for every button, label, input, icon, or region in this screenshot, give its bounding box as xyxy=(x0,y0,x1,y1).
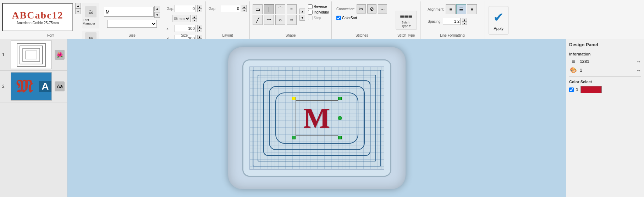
letter-m-canvas: M xyxy=(303,102,330,134)
stitch-count-value: 1281 xyxy=(580,59,589,64)
colorsort-checkbox-label[interactable]: ColorSort xyxy=(336,16,357,20)
layout-label: Layout xyxy=(206,33,249,37)
embroidery-center[interactable]: M xyxy=(294,98,340,138)
individual-checkbox-label[interactable]: Individual xyxy=(308,10,329,15)
step-checkbox-label[interactable]: Step xyxy=(308,16,329,20)
reverse-checkbox-label[interactable]: Reverse xyxy=(308,4,329,9)
font-scroll-down[interactable]: ▼ xyxy=(75,9,81,14)
letter-a-thumb: A xyxy=(39,81,51,92)
shape-scroll-up[interactable]: ▲ xyxy=(299,9,305,14)
font-section: ABCabc12 American Gothic 25-75mm ▲ ▼ 🗂 F… xyxy=(1,1,101,39)
handle-br[interactable] xyxy=(338,136,342,139)
size-label: Size xyxy=(163,33,205,37)
apply-button[interactable]: ✔ Apply xyxy=(489,6,508,34)
colorsort-label: ColorSort xyxy=(342,16,357,20)
x-spin-down[interactable]: ▼ xyxy=(197,28,202,32)
canvas-area: M xyxy=(67,39,566,197)
stitch-type-label: Stitch Type xyxy=(392,33,420,37)
size-unit-select[interactable]: 35 mm xyxy=(172,15,191,22)
letters-section: ▲ ▼ Size xyxy=(101,1,163,39)
layout-gap-label: Gap: xyxy=(209,7,219,11)
right-panel: Design Panel Information ≡ 1281 ↔ 🎨 1 ↔ … xyxy=(566,39,644,197)
line-formatting-section: Alignment: ≡ ☰ ≡ Spacing: ▲ ▼ Line Forma… xyxy=(420,1,484,39)
shape-section: ▭ | ⌒ ≈ ╱ 〜 ○ ⌗ ▲ ▼ xyxy=(250,1,332,39)
handle-tl[interactable] xyxy=(292,97,296,100)
font-manager-button[interactable]: 🗂 Font Manager xyxy=(82,3,99,28)
font-manager-icon: 🗂 xyxy=(85,6,97,17)
connection-icon-1[interactable]: ✂ xyxy=(357,4,366,14)
connection-icon-2[interactable]: ⊘ xyxy=(367,4,376,14)
color-count-row: 🎨 1 ↔ xyxy=(569,67,641,74)
color-count-value: 1 xyxy=(580,68,582,73)
spacing-label: Spacing: xyxy=(428,20,441,23)
layout-section: Gap: ▲ ▼ Layout xyxy=(206,1,250,39)
shape-scroll-down[interactable]: ▼ xyxy=(299,15,305,21)
layout-gap-input[interactable] xyxy=(221,5,240,12)
main-content: 1 🌺 2 𝔐 A xyxy=(0,39,644,197)
letter-m-thumb: 𝔐 xyxy=(11,76,38,97)
stitch-count-arrow: ↔ xyxy=(636,59,641,64)
size-spin-down[interactable]: ▼ xyxy=(192,18,197,22)
letters-dropdown[interactable] xyxy=(107,20,157,28)
individual-label: Individual xyxy=(314,10,329,14)
reverse-checkbox[interactable] xyxy=(308,4,313,9)
color-swatch[interactable] xyxy=(580,86,602,93)
shape-btn-path[interactable]: ╱ xyxy=(253,15,263,25)
shape-btn-trapezoid[interactable]: ⌗ xyxy=(287,15,297,25)
list-item[interactable]: 2 𝔐 A Aa xyxy=(0,71,67,102)
font-scroll-up[interactable]: ▲ xyxy=(75,3,81,9)
letters-scroll-up[interactable]: ▲ xyxy=(154,6,160,11)
gap-input[interactable] xyxy=(175,5,196,12)
x-spin-up[interactable]: ▲ xyxy=(197,25,202,28)
size-spin-up[interactable]: ▲ xyxy=(192,15,197,18)
item-icons-2: Aa xyxy=(55,81,65,91)
gap-spin-down[interactable]: ▼ xyxy=(197,9,202,12)
size-section: Gap: ▲ ▼ 35 mm ▲ ▼ x ▲ xyxy=(163,1,206,39)
main-toolbar: ABCabc12 American Gothic 25-75mm ▲ ▼ 🗂 F… xyxy=(0,0,644,39)
apply-checkmark-icon: ✔ xyxy=(493,10,504,25)
layout-gap-spin-down[interactable]: ▼ xyxy=(242,9,247,12)
reverse-label: Reverse xyxy=(314,5,327,9)
align-right-button[interactable]: ≡ xyxy=(467,4,477,14)
spacing-input[interactable] xyxy=(443,18,461,25)
stitch-type-label: StitchType ▾ xyxy=(401,21,411,28)
shape-btn-wave[interactable]: ≈ xyxy=(287,4,297,14)
letters-label: Size xyxy=(101,33,163,37)
hoop-inner: M xyxy=(242,59,391,177)
connection-dots[interactable]: ··· xyxy=(378,4,387,14)
shape-btn-spiral[interactable]: 〜 xyxy=(264,15,274,25)
panel-divider xyxy=(569,76,641,77)
stitches-label: Stitches xyxy=(332,33,392,37)
color-select-title: Color Select xyxy=(569,80,641,84)
letters-scroll-down[interactable]: ▼ xyxy=(154,12,160,18)
stitch-type-button[interactable]: ≡≡≡ StitchType ▾ xyxy=(396,11,417,30)
colorsort-checkbox[interactable] xyxy=(336,16,341,20)
shape-btn-arc[interactable]: | xyxy=(264,4,274,14)
step-label: Step xyxy=(314,16,321,20)
shape-btn-curve[interactable]: ⌒ xyxy=(275,4,285,14)
font-preview[interactable]: ABCabc12 American Gothic 25-75mm xyxy=(2,3,73,31)
handle-circle[interactable] xyxy=(338,116,342,120)
handle-bl[interactable] xyxy=(292,136,296,139)
spacing-spin-down[interactable]: ▼ xyxy=(462,21,467,25)
individual-checkbox[interactable] xyxy=(308,10,313,15)
stitch-count-icon: ≡ xyxy=(569,58,578,65)
gap-spin-up[interactable]: ▲ xyxy=(197,5,202,9)
shape-btn-rect[interactable]: ▭ xyxy=(253,4,263,14)
color-count-arrow: ↔ xyxy=(636,68,641,73)
hoop-background: M xyxy=(228,47,406,189)
shape-btn-circle[interactable]: ○ xyxy=(275,15,285,25)
align-center-button[interactable]: ☰ xyxy=(456,4,466,14)
x-input[interactable] xyxy=(175,25,196,32)
spacing-spin-up[interactable]: ▲ xyxy=(462,18,467,21)
align-left-button[interactable]: ≡ xyxy=(446,4,456,14)
step-checkbox[interactable] xyxy=(308,16,313,20)
letters-input[interactable] xyxy=(104,7,154,17)
item-icon-letter: Aa xyxy=(55,81,65,91)
font-label: Font xyxy=(1,33,101,37)
layout-gap-spin-up[interactable]: ▲ xyxy=(242,5,247,9)
shape-label: Shape xyxy=(250,33,331,37)
connection-label: Connection: xyxy=(336,7,355,11)
color-checkbox[interactable] xyxy=(569,87,574,92)
handle-tr[interactable] xyxy=(338,97,342,100)
